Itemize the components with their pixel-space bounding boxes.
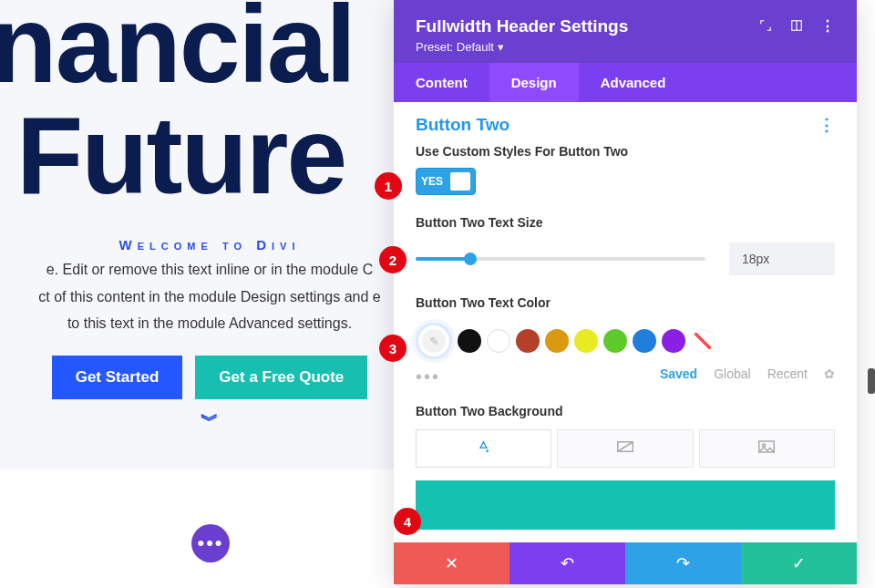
redo-icon: ↷: [676, 553, 690, 573]
redo-button[interactable]: ↷: [625, 542, 741, 584]
color-swatch-purple[interactable]: [662, 329, 685, 353]
slider-thumb[interactable]: [464, 253, 477, 265]
more-icon[interactable]: ⋮: [820, 18, 835, 33]
action-bar: ✕ ↶ ↷ ✓: [394, 542, 857, 584]
color-swatch-white[interactable]: [487, 329, 510, 353]
body-line: ct of this content in the module Design …: [9, 284, 410, 311]
settings-panel: Fullwidth Header Settings Preset: Defaul…: [394, 0, 857, 584]
toggle-value: YES: [421, 175, 443, 188]
scroll-down-icon[interactable]: ︾: [9, 416, 410, 425]
color-swatch-amber[interactable]: [545, 329, 569, 353]
svg-point-5: [763, 444, 766, 447]
filter-global[interactable]: Global: [714, 366, 750, 381]
color-swatches: ✎: [416, 323, 835, 359]
cancel-button[interactable]: ✕: [394, 542, 510, 584]
chevron-down-icon: ▾: [498, 40, 504, 54]
text-size-label: Button Two Text Size: [416, 215, 835, 230]
background-tab-color[interactable]: [416, 429, 551, 468]
body-line: e. Edit or remove this text inline or in…: [9, 256, 410, 284]
text-color-label: Button Two Text Color: [416, 295, 835, 310]
preset-label: Preset: Default: [416, 40, 494, 54]
hero-heading-line1: inancial: [0, 0, 410, 98]
confirm-button[interactable]: ✓: [741, 542, 857, 584]
background-label: Button Two Background: [416, 404, 835, 418]
slider-fill: [416, 257, 470, 261]
get-quote-button[interactable]: Get a Free Quote: [195, 356, 367, 399]
filter-recent[interactable]: Recent: [767, 366, 808, 381]
body-line: to this text in the module Advanced sett…: [9, 310, 410, 337]
svg-point-2: [486, 449, 489, 452]
floating-actions-button[interactable]: •••: [191, 524, 230, 562]
panel-title: Fullwidth Header Settings: [416, 16, 628, 36]
preset-dropdown[interactable]: Preset: Default ▾: [416, 40, 628, 54]
panel-header: Fullwidth Header Settings Preset: Defaul…: [394, 0, 857, 63]
eyedropper-icon: ✎: [429, 335, 439, 348]
hero-heading-line2: Future: [16, 95, 410, 215]
gear-icon[interactable]: ✿: [824, 366, 835, 381]
tab-advanced[interactable]: Advanced: [579, 63, 688, 102]
undo-icon: ↶: [561, 553, 574, 573]
color-swatch-brick[interactable]: [516, 329, 540, 353]
color-swatch-green[interactable]: [603, 329, 627, 353]
filter-saved[interactable]: Saved: [660, 366, 697, 381]
undo-button[interactable]: ↶: [510, 542, 625, 584]
background-color-preview[interactable]: [416, 480, 835, 530]
scrollbar-thumb[interactable]: [868, 368, 875, 394]
callout-4: 4: [394, 508, 421, 535]
color-swatch-none[interactable]: [691, 329, 715, 353]
color-swatch-yellow[interactable]: [574, 329, 598, 353]
eyedropper-swatch[interactable]: ✎: [416, 323, 452, 359]
section-menu-icon[interactable]: ⋮: [818, 115, 835, 135]
tab-design[interactable]: Design: [489, 63, 579, 102]
color-filters: Saved Global Recent ✿: [660, 366, 835, 381]
paint-bucket-icon: [476, 439, 491, 459]
dots-icon: •••: [197, 531, 223, 555]
check-icon: ✓: [792, 553, 806, 573]
panel-body: Button Two ⋮ Use Custom Styles For Butto…: [394, 102, 857, 530]
expand-icon[interactable]: [758, 18, 773, 33]
image-icon: [758, 440, 775, 457]
callout-2: 2: [379, 246, 407, 273]
color-swatch-blue[interactable]: [633, 329, 656, 353]
columns-icon[interactable]: [789, 18, 804, 33]
callout-3: 3: [379, 335, 407, 362]
close-icon: ✕: [445, 553, 458, 573]
welcome-subheading: Welcome to Divi: [9, 237, 410, 253]
tab-content[interactable]: Content: [394, 63, 489, 102]
text-size-value[interactable]: 18px: [729, 242, 835, 275]
cta-row: Get Started Get a Free Quote: [9, 356, 410, 399]
background-tabs: [416, 429, 835, 468]
get-started-button[interactable]: Get Started: [52, 356, 183, 399]
section-title[interactable]: Button Two: [416, 115, 510, 135]
toggle-knob: [450, 172, 470, 191]
gradient-icon: [617, 440, 633, 457]
background-tab-gradient[interactable]: [557, 429, 693, 468]
body-copy: e. Edit or remove this text inline or in…: [9, 256, 410, 337]
page-preview: inancial Future Welcome to Divi e. Edit …: [0, 0, 419, 588]
custom-styles-label: Use Custom Styles For Button Two: [416, 144, 835, 159]
panel-tabs: Content Design Advanced: [394, 63, 857, 102]
custom-styles-toggle[interactable]: YES: [416, 168, 476, 195]
color-swatch-black[interactable]: [458, 329, 481, 353]
background-tab-image[interactable]: [699, 429, 835, 468]
more-colors-icon[interactable]: •••: [416, 366, 440, 387]
callout-1: 1: [375, 172, 402, 200]
text-size-slider[interactable]: [416, 257, 705, 261]
